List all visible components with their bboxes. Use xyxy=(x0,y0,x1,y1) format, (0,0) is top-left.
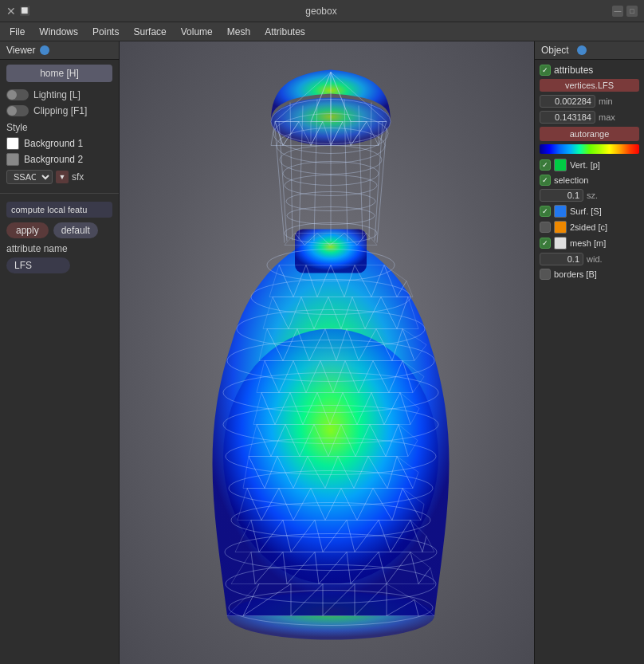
mesh-label: mesh [m] xyxy=(570,238,606,248)
ssao-select[interactable]: SSAO xyxy=(6,170,53,184)
titlebar: ✕ 🔲 geobox — □ xyxy=(0,0,644,22)
background2-swatch[interactable] xyxy=(6,153,19,166)
lighting-label: Lighting [L] xyxy=(33,89,80,100)
min-row: min xyxy=(540,93,639,109)
style-section: Style Background 1 Background 2 SSAO ▼ s… xyxy=(0,119,119,190)
surf-color-swatch[interactable] xyxy=(554,205,567,218)
win-icon: 🔲 xyxy=(19,6,30,16)
mesh-row: mesh [m] xyxy=(540,235,639,251)
sfx-label: sfx xyxy=(72,171,84,183)
lfs-input-row xyxy=(0,256,119,275)
viewer-header: Viewer xyxy=(0,41,119,60)
vert-color-swatch[interactable] xyxy=(554,159,567,171)
clipping-toggle[interactable] xyxy=(6,105,29,116)
app-title: geobox xyxy=(30,6,612,17)
autorange-button[interactable]: autorange xyxy=(540,127,639,141)
object-header: Object xyxy=(535,41,644,60)
min-label: min xyxy=(599,96,613,106)
mesh-display xyxy=(120,41,534,664)
vert-label: Vert. [p] xyxy=(570,160,600,170)
minimize-button[interactable]: — xyxy=(612,6,623,17)
surf-row: Surf. [S] xyxy=(540,203,639,219)
wid-input[interactable] xyxy=(540,253,583,265)
attr-name-label: attribute name xyxy=(0,242,119,256)
maximize-button[interactable]: □ xyxy=(626,6,638,17)
selection-label: selection xyxy=(554,175,588,185)
twosided-checkbox[interactable] xyxy=(540,222,551,233)
vert-checkbox[interactable] xyxy=(540,159,551,171)
background2-row: Background 2 xyxy=(6,151,112,167)
clipping-row: Clipping [F1] xyxy=(0,103,119,119)
max-row: max xyxy=(540,109,639,125)
window-buttons: — □ xyxy=(612,6,638,17)
lfs-input[interactable] xyxy=(6,257,70,273)
menu-mesh[interactable]: Mesh xyxy=(221,25,257,39)
background1-label: Background 1 xyxy=(24,138,83,149)
main-layout: Viewer home [H] Lighting [L] Clipping [F… xyxy=(0,41,644,664)
object-indicator xyxy=(577,45,587,55)
home-button[interactable]: home [H] xyxy=(6,65,112,82)
sz-label: sz. xyxy=(587,191,598,200)
sz-input[interactable] xyxy=(540,189,583,202)
ssao-arrow-button[interactable]: ▼ xyxy=(56,171,69,183)
menu-volume[interactable]: Volume xyxy=(175,25,219,39)
divider1 xyxy=(0,193,119,194)
twosided-color-swatch[interactable] xyxy=(554,221,567,234)
ssao-row: SSAO ▼ sfx xyxy=(6,167,112,187)
menubar: File Windows Points Surface Volume Mesh … xyxy=(0,22,644,41)
lighting-toggle[interactable] xyxy=(6,89,29,100)
right-panel: Object attributes vertices.LFS min max xyxy=(534,41,644,664)
attributes-label: attributes xyxy=(554,65,593,76)
max-label: max xyxy=(599,112,615,122)
menu-surface[interactable]: Surface xyxy=(127,25,172,39)
close-icon[interactable]: ✕ xyxy=(6,5,16,18)
viewer-label: Viewer xyxy=(6,45,35,56)
selection-checkbox[interactable] xyxy=(540,175,551,186)
surf-label: Surf. [S] xyxy=(570,206,602,216)
clipping-label: Clipping [F1] xyxy=(33,105,87,116)
lighting-row: Lighting [L] xyxy=(0,87,119,103)
max-input[interactable] xyxy=(540,111,595,124)
vert-row: Vert. [p] xyxy=(540,157,639,173)
menu-windows[interactable]: Windows xyxy=(33,25,84,39)
wid-row: wid. xyxy=(540,251,639,267)
default-button[interactable]: default xyxy=(53,222,98,238)
selection-row: selection xyxy=(540,173,639,187)
right-section: attributes vertices.LFS min max autorang… xyxy=(535,60,644,285)
vertices-lfs-button[interactable]: vertices.LFS xyxy=(540,79,639,92)
menu-attributes[interactable]: Attributes xyxy=(258,25,312,39)
background2-label: Background 2 xyxy=(24,154,83,165)
style-label: Style xyxy=(6,122,112,133)
surf-checkbox[interactable] xyxy=(540,206,551,217)
twosided-row: 2sided [c] xyxy=(540,219,639,235)
left-panel: Viewer home [H] Lighting [L] Clipping [F… xyxy=(0,41,120,664)
apply-button[interactable]: apply xyxy=(6,222,49,238)
borders-label: borders [B] xyxy=(554,269,597,279)
viewer-indicator xyxy=(40,45,49,55)
borders-row: borders [B] xyxy=(540,267,639,281)
action-row: apply default xyxy=(0,219,119,242)
menu-file[interactable]: File xyxy=(3,25,31,39)
twosided-label: 2sided [c] xyxy=(570,222,607,232)
mesh-color-swatch[interactable] xyxy=(554,237,567,249)
min-input[interactable] xyxy=(540,95,595,108)
sz-row: sz. xyxy=(540,187,639,203)
background1-row: Background 1 xyxy=(6,136,112,151)
object-label: Object xyxy=(541,45,569,56)
mesh-checkbox[interactable] xyxy=(540,238,551,249)
attributes-row: attributes xyxy=(540,63,639,77)
background1-swatch[interactable] xyxy=(6,137,19,150)
viewport[interactable] xyxy=(120,41,534,664)
attributes-checkbox[interactable] xyxy=(540,65,551,76)
borders-checkbox[interactable] xyxy=(540,269,551,280)
colorbar xyxy=(540,144,639,154)
compute-button[interactable]: compute local featu xyxy=(6,202,112,218)
wid-label: wid. xyxy=(587,254,603,264)
menu-points[interactable]: Points xyxy=(86,25,125,39)
